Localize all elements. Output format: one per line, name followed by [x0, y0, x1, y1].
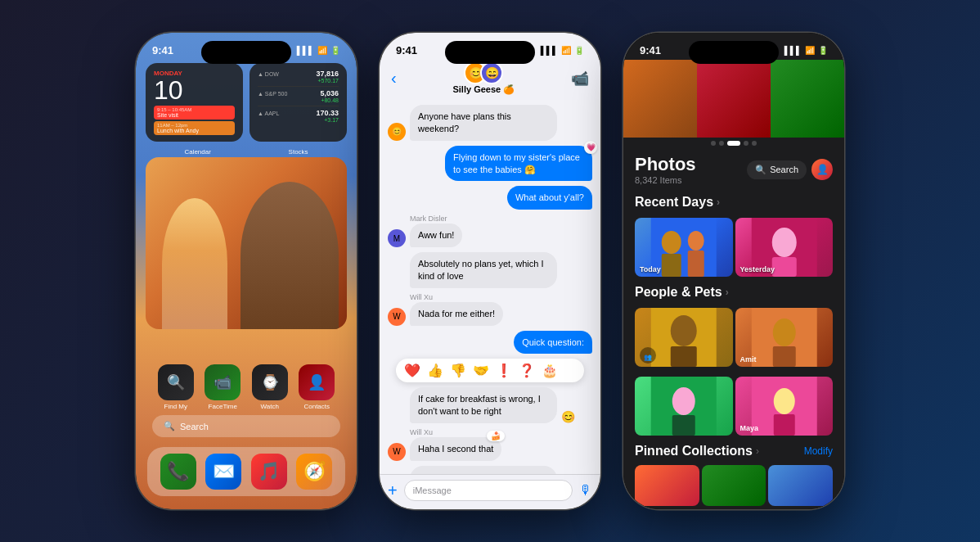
app-watch[interactable]: ⌚ Watch — [252, 364, 288, 410]
wifi-icon-2: 📶 — [561, 46, 571, 55]
message-row-2: Flying down to my sister's place to see … — [388, 146, 592, 182]
status-time-1: 9:41 — [152, 44, 173, 56]
message-input[interactable]: iMessage — [404, 480, 573, 501]
signal-icon: ▌▌▌ — [297, 46, 314, 55]
battery-icon-3: 🔋 — [818, 46, 828, 55]
svg-point-3 — [688, 231, 704, 251]
message-row-3: What about y'all? — [388, 186, 592, 210]
pinned-header: Pinned Collections › Modify — [623, 440, 844, 462]
message-row-8: If cake for breakfast is wrong, I don't … — [388, 387, 592, 423]
people-thumb-3[interactable] — [635, 377, 733, 436]
calendar-widget-label: Calendar — [184, 148, 210, 156]
sender-name-mark: Mark Disler M Aww fun! — [388, 215, 592, 247]
search-label: Search — [180, 422, 209, 431]
heart-reaction: 💗 — [584, 141, 597, 154]
svg-rect-7 — [771, 257, 796, 277]
svg-point-9 — [671, 315, 697, 346]
add-attachment-button[interactable]: + — [388, 481, 398, 500]
mic-button[interactable]: 🎙 — [579, 483, 592, 498]
photos-count: 8,342 Items — [635, 175, 696, 185]
dock-mail[interactable]: ✉️ — [205, 454, 241, 490]
tapback-thumbdown[interactable]: 👎 — [450, 363, 466, 378]
sender-avatar-mark: M — [388, 229, 406, 247]
message-row-9: W Haha I second that 🍰 — [388, 437, 592, 461]
people-thumb-maya[interactable]: Maya — [735, 377, 834, 436]
event2-time: 11AM – 12pm — [157, 123, 232, 128]
search-bar[interactable]: 🔍 Search — [152, 415, 340, 437]
video-call-button[interactable]: 📹 — [571, 70, 589, 88]
search-label-photos: Search — [770, 165, 798, 174]
tapback-thumbup[interactable]: 👍 — [427, 363, 443, 378]
recent-days-title[interactable]: Recent Days › — [635, 195, 833, 210]
dock-phone[interactable]: 📞 — [160, 454, 196, 490]
photo-widget[interactable] — [146, 157, 347, 329]
message-bubble-6: Nada for me either! — [410, 302, 503, 326]
widgets-row: MONDAY 10 9:15 – 10:45AM Site visit 11AM… — [136, 60, 357, 148]
people-badge-1: 👥 — [640, 347, 656, 364]
message-row-10: M Life's too short to leave a slice behi… — [388, 466, 592, 474]
message-row-5: Absolutely no plans yet, which I kind of… — [388, 252, 592, 288]
modify-button[interactable]: Modify — [804, 445, 833, 457]
dock-music[interactable]: 🎵 — [251, 454, 287, 490]
photos-title: Photos — [635, 154, 696, 175]
message-row-6: W Nada for me either! — [388, 302, 592, 326]
hero-seg-1 — [623, 60, 697, 138]
photos-dots — [623, 138, 844, 149]
message-bubble-8: If cake for breakfast is wrong, I don't … — [410, 387, 557, 423]
people-arrow: › — [726, 287, 729, 298]
thumb-yesterday[interactable]: Yesterday — [735, 218, 834, 277]
svg-point-12 — [772, 318, 795, 346]
event1-label: Site visit — [157, 112, 232, 118]
photos-search-button[interactable]: 🔍 Search — [747, 160, 807, 179]
pinned-thumb-3[interactable] — [768, 465, 833, 506]
dock-compass[interactable]: 🧭 — [296, 454, 332, 490]
photo-background — [146, 157, 347, 329]
dot-4 — [744, 141, 748, 146]
pinned-arrow: › — [756, 445, 759, 457]
message-bubble-3: What about y'all? — [507, 186, 592, 210]
app-facetime[interactable]: 📹 FaceTime — [205, 364, 241, 410]
thumb-today[interactable]: Today — [635, 218, 733, 277]
wifi-icon-3: 📶 — [805, 46, 815, 55]
message-bubble-4: Aww fun! — [410, 224, 462, 247]
photos-header: Photos 8,342 Items 🔍 Search 👤 — [623, 149, 844, 188]
photos-title-area: Photos 8,342 Items — [635, 154, 696, 185]
stocks-widget-label: Stocks — [289, 148, 308, 156]
calendar-widget[interactable]: MONDAY 10 9:15 – 10:45AM Site visit 11AM… — [146, 63, 243, 142]
message-row-4: M Aww fun! — [388, 224, 592, 247]
svg-point-18 — [773, 388, 794, 414]
people-section: People & Pets › — [623, 282, 844, 303]
calendar-event1: 9:15 – 10:45AM Site visit — [154, 106, 235, 120]
dot-1 — [711, 141, 716, 146]
pinned-thumb-1[interactable] — [635, 465, 699, 506]
people-title[interactable]: People & Pets › — [635, 285, 833, 300]
dynamic-island-3 — [689, 41, 779, 64]
people-thumb-amit[interactable]: Amit — [735, 308, 834, 367]
phone-home-screen: 9:41 ▌▌▌ 📶 🔋 MONDAY 10 9:15 – 10:45AM Si… — [136, 33, 357, 509]
phone-photos: 9:41 ▌▌▌ 📶 🔋 Photos — [623, 33, 844, 509]
tapback-handshake[interactable]: 🤝 — [473, 363, 489, 378]
app-contacts[interactable]: 👤 Contacts — [299, 364, 335, 410]
photos-user-avatar[interactable]: 👤 — [811, 159, 833, 180]
tapback-heart[interactable]: ❤️ — [404, 363, 420, 378]
cake-reaction: 🍰 — [487, 431, 505, 441]
tapback-cake[interactable]: 🎂 — [542, 363, 558, 378]
tapback-exclaim[interactable]: ❗ — [496, 363, 512, 378]
back-button[interactable]: ‹ — [391, 69, 397, 88]
photos-hero-strip[interactable] — [623, 60, 844, 138]
people-thumb-1[interactable]: 👥 — [635, 308, 733, 367]
pinned-thumb-2[interactable] — [702, 465, 766, 506]
tapback-question[interactable]: ❓ — [519, 363, 535, 378]
recent-days-arrow: › — [717, 196, 720, 208]
message-bubble-7: Quick question: — [514, 331, 592, 355]
dot-2 — [719, 141, 724, 146]
sender-name-will: Will Xu W Nada for me either! — [388, 293, 592, 326]
stocks-widget[interactable]: ▲ DOW 37,816 +570.17 ▲ S&P 500 5,036 +80… — [249, 63, 347, 142]
status-icons-1: ▌▌▌ 📶 🔋 — [297, 46, 340, 55]
svg-point-1 — [662, 231, 681, 254]
app-findmy[interactable]: 🔍 Find My — [158, 364, 194, 410]
group-info[interactable]: 😊 😄 Silly Geese 🍊 — [452, 61, 515, 95]
message-row-1: 😊 Anyone have plans this weekend? — [388, 105, 592, 141]
recent-days-grid: Today Yesterday — [623, 213, 844, 282]
search-icon-photos: 🔍 — [755, 165, 766, 175]
